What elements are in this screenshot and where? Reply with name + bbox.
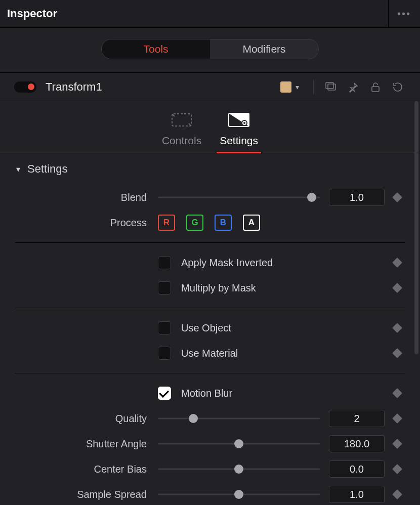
svg-rect-2 (372, 87, 379, 92)
tab-controls[interactable]: Controls (162, 111, 201, 153)
chevron-down-icon: ▾ (16, 164, 20, 174)
input-center_bias[interactable]: 0.0 (329, 460, 385, 478)
label-sample_spread: Sample Spread (15, 489, 158, 500)
titlebar: Inspector ••• (0, 0, 420, 28)
checkbox-multiply_by_mask[interactable] (158, 281, 171, 294)
mode-tabs: Tools Modifiers (0, 28, 420, 73)
node-header: Transform1 ▾ (0, 73, 420, 101)
sub-tabs: Controls Settings (0, 101, 420, 153)
slider-center_bias[interactable] (158, 465, 320, 474)
label-process: Process (15, 217, 158, 229)
section-header-settings[interactable]: ▾ Settings (0, 153, 420, 185)
keyframe-blend[interactable] (390, 194, 405, 201)
slider-shutter_angle[interactable] (158, 439, 320, 448)
input-shutter_angle[interactable]: 180.0 (329, 435, 385, 452)
channel-a[interactable]: A (243, 215, 260, 231)
label-apply_mask_inverted: Apply Mask Inverted (181, 257, 273, 269)
svg-rect-0 (328, 84, 335, 90)
checkbox-use_object[interactable] (158, 321, 171, 334)
channel-r[interactable]: R (158, 215, 175, 231)
lock-icon[interactable] (369, 80, 382, 94)
pin-icon[interactable] (347, 80, 360, 94)
row-multiply_by_mask: Multiply by Mask (15, 275, 405, 301)
label-use_object: Use Object (181, 322, 231, 334)
keyframe-apply_mask_inverted[interactable] (390, 259, 405, 266)
settings-icon (227, 111, 251, 129)
keyframe-motion-blur[interactable] (390, 390, 405, 397)
row-use_material: Use Material (15, 341, 405, 366)
label-quality: Quality (15, 413, 158, 425)
controls-icon (170, 111, 194, 129)
channel-g[interactable]: G (186, 215, 203, 231)
channel-b[interactable]: B (215, 215, 232, 231)
input-sample_spread[interactable]: 1.0 (329, 486, 385, 503)
label-multiply_by_mask: Multiply by Mask (181, 282, 256, 294)
label-center_bias: Center Bias (15, 464, 158, 475)
keyframe-center_bias[interactable] (390, 466, 405, 473)
checkbox-use_material[interactable] (158, 347, 171, 360)
svg-rect-3 (172, 114, 191, 126)
svg-rect-1 (326, 82, 333, 89)
input-blend[interactable]: 1.0 (329, 189, 385, 206)
node-name[interactable]: Transform1 (46, 80, 102, 94)
label-use_material: Use Material (181, 348, 238, 359)
slider-blend[interactable] (158, 193, 320, 202)
row-blend: Blend 1.0 (15, 185, 405, 210)
tab-settings[interactable]: Settings (220, 111, 258, 153)
row-sample_spread: Sample Spread1.0 (15, 482, 405, 505)
row-quality: Quality2 (15, 406, 405, 431)
keyframe-quality[interactable] (390, 415, 405, 422)
label-motion-blur: Motion Blur (181, 388, 232, 399)
tab-tools[interactable]: Tools (102, 39, 210, 59)
node-enable-toggle[interactable] (14, 81, 36, 93)
svg-point-7 (243, 122, 245, 124)
input-quality[interactable]: 2 (329, 410, 385, 427)
node-color-swatch[interactable] (280, 81, 291, 93)
keyframe-multiply_by_mask[interactable] (390, 284, 405, 291)
label-blend: Blend (15, 192, 158, 203)
label-shutter_angle: Shutter Angle (15, 438, 158, 450)
more-icon[interactable]: ••• (397, 8, 411, 20)
slider-sample_spread[interactable] (158, 490, 320, 499)
process-channels: RGBA (158, 215, 385, 231)
row-apply_mask_inverted: Apply Mask Inverted (15, 250, 405, 275)
checkbox-motion-blur[interactable] (158, 387, 171, 400)
keyframe-use_material[interactable] (390, 350, 405, 357)
reset-icon[interactable] (391, 80, 404, 94)
panel-title: Inspector (7, 7, 57, 20)
tab-modifiers[interactable]: Modifiers (210, 39, 318, 59)
scrollbar[interactable] (414, 101, 418, 354)
row-motion-blur: Motion Blur (15, 381, 405, 406)
keyframe-sample_spread[interactable] (390, 491, 405, 498)
slider-quality[interactable] (158, 414, 320, 423)
row-process: Process RGBA (15, 210, 405, 235)
row-shutter_angle: Shutter Angle180.0 (15, 431, 405, 456)
section-title: Settings (27, 162, 68, 176)
keyframe-use_object[interactable] (390, 324, 405, 331)
chevron-down-icon[interactable]: ▾ (296, 83, 299, 91)
row-use_object: Use Object (15, 315, 405, 341)
keyframe-shutter_angle[interactable] (390, 440, 405, 447)
row-center_bias: Center Bias0.0 (15, 456, 405, 482)
checkbox-apply_mask_inverted[interactable] (158, 256, 171, 269)
versions-icon[interactable] (324, 80, 338, 94)
